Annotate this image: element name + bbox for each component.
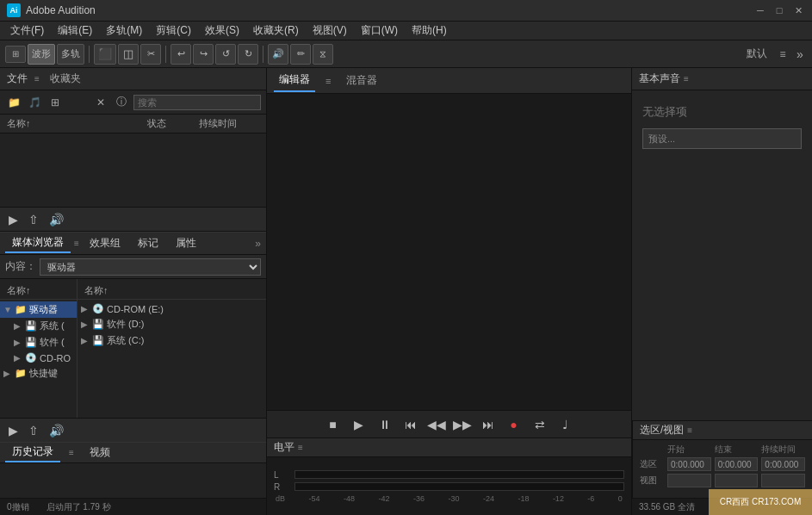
- toolbar-btn-10[interactable]: ⧖: [313, 44, 333, 65]
- files-speaker-btn[interactable]: 🔊: [49, 213, 64, 226]
- files-info-btn[interactable]: ⓘ: [113, 94, 130, 111]
- scale-label-36: -36: [413, 494, 425, 503]
- toolbar-btn-4[interactable]: ↩: [170, 44, 191, 65]
- multitrack-btn[interactable]: 多轨: [57, 44, 84, 65]
- toolbar-btn-6[interactable]: ↺: [215, 44, 236, 65]
- tree-item-drives[interactable]: ▼ 📁 驱动器: [0, 301, 77, 318]
- toolbar-btn-1[interactable]: ⬛: [94, 44, 116, 65]
- minimize-button[interactable]: ─: [753, 3, 767, 17]
- media-browser-tab[interactable]: 媒体浏览器: [5, 233, 71, 253]
- media-panel-footer: ▶ ⇧ 🔊: [0, 418, 266, 442]
- sel-cell-1-2[interactable]: 0:00.000: [715, 457, 759, 471]
- media-menu-icon[interactable]: ≡: [74, 239, 79, 248]
- tree-item-software[interactable]: ▶ 💾 软件 (: [0, 334, 77, 351]
- tree-right-label2: 软件 (D:): [107, 318, 144, 331]
- files-menu-icon[interactable]: ≡: [34, 74, 40, 84]
- drive-icon2: 💾: [25, 337, 37, 348]
- tree-left-header: 名称↑: [0, 282, 77, 300]
- stop-btn[interactable]: ■: [324, 415, 343, 434]
- loop-btn[interactable]: ⇄: [530, 415, 549, 434]
- files-search-input[interactable]: [133, 95, 261, 110]
- tree-item-cdrom[interactable]: ▶ 💿 CD-RO: [0, 351, 77, 365]
- media-end-icon[interactable]: »: [255, 238, 261, 250]
- maximize-button[interactable]: □: [772, 3, 786, 17]
- history-menu-icon[interactable]: ≡: [69, 448, 74, 457]
- menu-item-s[interactable]: 效果(S): [198, 22, 246, 40]
- files-btn3[interactable]: ⊞: [46, 94, 64, 111]
- editor-menu-icon[interactable]: ≡: [325, 76, 331, 86]
- favorites-tab[interactable]: 收藏夹: [50, 71, 81, 86]
- waveform-btn[interactable]: 波形: [28, 44, 55, 65]
- toolbar-btn-7[interactable]: ↻: [238, 44, 258, 65]
- tree-right-item1[interactable]: ▶ 💿 CD-ROM (E:): [77, 301, 266, 316]
- menu-item-f[interactable]: 文件(F): [3, 22, 51, 40]
- toolbar-btn-2[interactable]: ◫: [118, 44, 139, 65]
- toolbar-end-icon[interactable]: »: [793, 47, 807, 61]
- metronome-btn[interactable]: ♩: [556, 415, 575, 434]
- menu-item-w[interactable]: 窗口(W): [354, 22, 405, 40]
- effect-group-tab[interactable]: 效果组: [83, 234, 127, 252]
- files-delete-btn[interactable]: ✕: [92, 94, 109, 111]
- pause-btn[interactable]: ⏸: [375, 415, 394, 434]
- toolbar-btn-8[interactable]: 🔊: [268, 44, 288, 65]
- tree-item-system[interactable]: ▶ 💾 系统 (: [0, 318, 77, 334]
- tree-item-label2: 系统 (: [40, 320, 65, 332]
- tree-right-item3[interactable]: ▶ 💾 系统 (C:): [77, 332, 266, 349]
- scale-label-42: -42: [378, 494, 389, 503]
- sel-cell-1-1[interactable]: 0:00.000: [667, 457, 711, 471]
- level-header: 电平 ≡: [267, 438, 631, 457]
- media-content-select[interactable]: 驱动器: [40, 258, 261, 276]
- sel-cell-2-1[interactable]: [667, 474, 711, 487]
- meter-left: L: [274, 470, 624, 480]
- toolbar-btn-3[interactable]: ✂: [140, 44, 161, 65]
- sel-menu-icon[interactable]: ≡: [687, 425, 692, 435]
- files-import-btn[interactable]: 🎵: [26, 94, 43, 111]
- menu-item-c[interactable]: 剪辑(C): [149, 22, 198, 40]
- toolbar-btn-5[interactable]: ↪: [193, 44, 214, 65]
- toolbar-icon-btn[interactable]: ⊞: [5, 46, 26, 63]
- tree-item-label3: 软件 (: [40, 336, 65, 349]
- menu-item-r[interactable]: 收藏夹(R): [246, 22, 306, 40]
- preset-label: 默认: [747, 47, 767, 61]
- video-tab[interactable]: 视频: [83, 444, 117, 462]
- files-new-btn[interactable]: 📁: [5, 94, 22, 111]
- toolbar-btn-9[interactable]: ✏: [290, 44, 311, 65]
- play-btn[interactable]: ▶: [350, 415, 369, 434]
- time-text: 启动用了 1.79 秒: [46, 501, 111, 513]
- media-speaker-btn[interactable]: 🔊: [49, 424, 64, 437]
- drive-icon1: 💾: [25, 320, 37, 332]
- meter-right: R: [274, 482, 624, 492]
- sel-cell-1-3[interactable]: 0:00.000: [761, 457, 805, 471]
- properties-tab[interactable]: 属性: [169, 234, 203, 252]
- history-tab[interactable]: 历史记录: [5, 443, 60, 462]
- sel-row2: 视图: [640, 474, 805, 487]
- files-export-btn[interactable]: ⇧: [28, 213, 39, 226]
- files-play-btn[interactable]: ▶: [9, 213, 18, 226]
- close-button[interactable]: ✕: [791, 3, 805, 17]
- sel-cell-2-3[interactable]: [761, 474, 805, 487]
- editor-tab[interactable]: 编辑器: [274, 69, 315, 92]
- rew-btn[interactable]: ◀◀: [427, 415, 446, 434]
- marks-tab[interactable]: 标记: [131, 234, 165, 252]
- menu-item-h[interactable]: 帮助(H): [405, 22, 454, 40]
- prev-btn[interactable]: ⏮: [401, 415, 420, 434]
- record-btn[interactable]: ●: [505, 415, 524, 434]
- menu-item-v[interactable]: 视图(V): [306, 22, 354, 40]
- mixer-tab[interactable]: 混音器: [341, 70, 382, 91]
- bs-menu-icon[interactable]: ≡: [684, 74, 689, 84]
- fwd-btn[interactable]: ▶▶: [453, 415, 472, 434]
- menu-item-m[interactable]: 多轨(M): [99, 22, 149, 40]
- files-tab-active[interactable]: 文件: [7, 71, 28, 86]
- media-export-btn[interactable]: ⇧: [28, 424, 39, 437]
- level-menu-icon[interactable]: ≡: [298, 443, 303, 452]
- media-play-btn[interactable]: ▶: [9, 424, 18, 437]
- toolbar-menu-btn[interactable]: ≡: [774, 46, 791, 63]
- bs-preset-box: 预设...: [642, 128, 802, 149]
- meter-scale: dB -54 -48 -42 -36 -30 -24 -18 -12 -6 0: [274, 494, 624, 503]
- tree-right-item2[interactable]: ▶ 💾 软件 (D:): [77, 316, 266, 332]
- next-btn[interactable]: ⏭: [479, 415, 498, 434]
- tree-item-shortcuts[interactable]: ▶ 📁 快捷键: [0, 365, 77, 382]
- sel-col-headers: 开始 结束 持续时间: [640, 444, 805, 457]
- sel-cell-2-2[interactable]: [715, 474, 759, 487]
- menu-item-e[interactable]: 编辑(E): [51, 22, 99, 40]
